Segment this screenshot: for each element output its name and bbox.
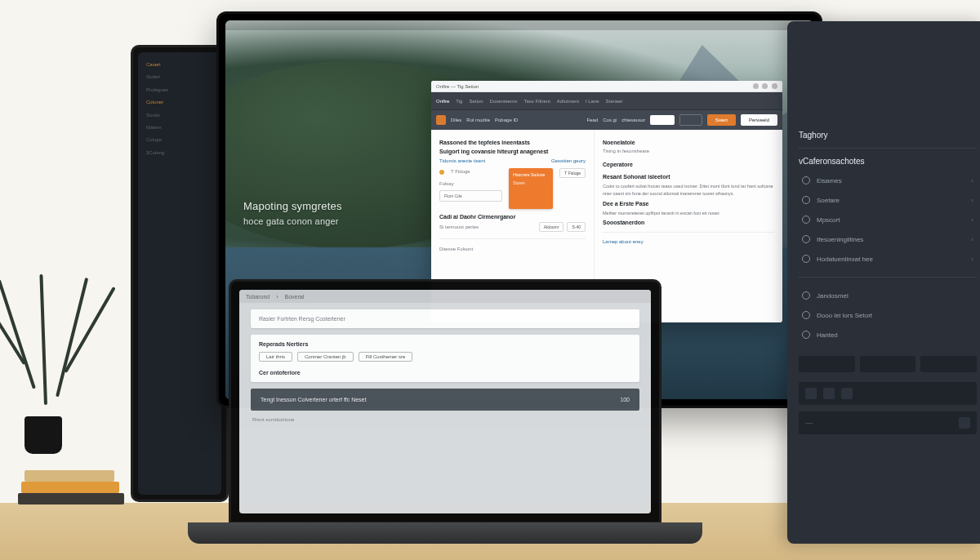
- window-controls[interactable]: [751, 83, 777, 90]
- chevron-right-icon: ›: [971, 216, 973, 224]
- wallpaper-caption: Mapoting symgretes hoce gata conon anger: [243, 198, 342, 228]
- tab[interactable]: Dosenteenrs: [489, 99, 517, 104]
- primary-button[interactable]: Swert: [707, 114, 736, 126]
- sidebar-item[interactable]: Profegues: [143, 84, 216, 96]
- maximize-icon[interactable]: [762, 83, 768, 89]
- link[interactable]: Gessttien geory: [551, 158, 586, 163]
- section-heading: Resant Sohonat isleetort: [603, 174, 774, 180]
- section-heading: Rassoned the tepfeies ineentasts: [439, 140, 586, 145]
- list-item[interactable]: Mpscort›: [799, 210, 977, 229]
- tab[interactable]: Staneer: [606, 99, 623, 104]
- circle-icon: [802, 176, 810, 184]
- chevron-right-icon: ›: [971, 197, 973, 204]
- highlight-card[interactable]: Hascrere Sadone Sioren: [509, 168, 553, 209]
- laptop-back-screen: Casert Siolert Profegues Cotuner Soulor …: [138, 52, 221, 495]
- filter-pill[interactable]: Fill Costhemer sre: [359, 352, 413, 362]
- list-item[interactable]: Jandosmel: [799, 286, 977, 305]
- tab[interactable]: I Lane: [586, 99, 599, 104]
- breadcrumb-bar: Tobarond › Boveral: [239, 290, 651, 303]
- toolbar: Diles Rol modtie Pobage ID Fead Cos gi c…: [431, 110, 782, 130]
- footer-slot[interactable]: [860, 356, 916, 372]
- circle-icon: [802, 196, 810, 204]
- minimize-icon[interactable]: [753, 83, 759, 89]
- filter-pill[interactable]: Conmer Cranten jb: [297, 352, 354, 362]
- text-input[interactable]: Flom Cde: [439, 190, 502, 202]
- card-title: Hascrere Sadone: [513, 172, 549, 178]
- hero-line-1: Mapoting symgretes: [243, 198, 342, 215]
- tab[interactable]: Tass Filtrent: [524, 99, 550, 104]
- square-icon[interactable]: [805, 388, 817, 399]
- paragraph: Mether momsretenet oplfrpst lacanit in e…: [603, 210, 774, 217]
- sidebar-item[interactable]: Coluge: [143, 134, 216, 146]
- tab[interactable]: Onfire: [436, 99, 449, 104]
- segment-input[interactable]: [679, 114, 702, 126]
- section-heading: Cer ontoferiore: [259, 370, 631, 376]
- panel-footer-row: [799, 356, 977, 372]
- list-item[interactable]: Soetare›: [799, 190, 977, 210]
- toolbar-label: Cos gi: [603, 118, 617, 122]
- toolbar-mode[interactable]: Pobage ID: [495, 118, 518, 122]
- section-heading: Suigort ing covansie hiteurgt anagenest: [439, 149, 586, 154]
- laptop-back: Casert Siolert Profegues Cotuner Soulor …: [131, 45, 229, 502]
- card-title: Rasier Fortrten Rersg Costertener: [259, 316, 631, 322]
- breadcrumb[interactable]: Boveral: [285, 294, 305, 300]
- toolbar-mode[interactable]: Rol modtie: [466, 118, 490, 122]
- window-titlebar[interactable]: Onfire — Tig Setion: [431, 81, 782, 92]
- sidebar-item[interactable]: 3Colang: [143, 147, 216, 159]
- panel-bottom-strip: ·····: [799, 411, 977, 434]
- panel-heading: Taghory: [799, 131, 977, 140]
- list-item[interactable]: Hodatuenlinxat hee›: [799, 249, 977, 269]
- section-heading: Sooostanerdon: [603, 220, 774, 225]
- banner-text: Tengt Inesson Colvertener orterf ffc Nes…: [261, 397, 366, 402]
- tab-bar[interactable]: Onfire Tig Setion Dosenteenrs Tass Filtr…: [431, 92, 782, 110]
- status-dot-icon: [439, 170, 444, 175]
- toolbar-mode[interactable]: Diles: [451, 118, 461, 122]
- chip[interactable]: S-40: [567, 222, 586, 232]
- segment-input[interactable]: [650, 115, 674, 125]
- circle-icon: [802, 216, 810, 224]
- circle-icon: [802, 331, 810, 339]
- field-label: Folsay: [439, 180, 502, 188]
- label: Si tennoust pertes: [439, 224, 479, 231]
- hero-line-2: hoce gata conon anger: [243, 215, 342, 229]
- section-heading: Cadi ai Daohr Cirmenrganor: [439, 214, 586, 220]
- footer-label: Ditesse Folsont: [439, 246, 586, 253]
- circle-icon: [802, 291, 810, 300]
- link[interactable]: Tidomis anecie tisent: [439, 158, 485, 163]
- card: Rasier Fortrten Rersg Costertener: [251, 309, 639, 328]
- tab[interactable]: Adlotment: [557, 99, 579, 104]
- secondary-button[interactable]: Perweeld: [741, 114, 777, 126]
- toolbar-label: chiesausor: [621, 118, 645, 122]
- tab[interactable]: Setion: [469, 99, 483, 104]
- circle-icon: [802, 311, 810, 319]
- section-heading: Dee a Erste Pase: [603, 201, 774, 207]
- chevron-right-icon: ›: [971, 177, 973, 184]
- laptop-front-base: [188, 522, 702, 544]
- filter-pill[interactable]: Lair thris: [259, 352, 292, 362]
- os-menubar[interactable]: [225, 20, 813, 30]
- pill-row: Lair thris Conmer Cranten jb Fill Costhe…: [259, 352, 631, 362]
- close-icon[interactable]: [772, 83, 777, 89]
- sidebar-item[interactable]: Cotuner: [143, 96, 216, 109]
- breadcrumb[interactable]: Tobarond: [246, 294, 270, 300]
- card: Reperads Nertiers Lair thris Conmer Cran…: [251, 335, 639, 382]
- footer-slot[interactable]: [920, 356, 977, 372]
- tab[interactable]: Tig: [456, 99, 462, 104]
- chip[interactable]: T Fidoge: [559, 168, 586, 178]
- sidebar-item[interactable]: Soulor: [143, 109, 216, 122]
- link[interactable]: Lamep about eney: [603, 239, 774, 244]
- list-item[interactable]: Hanted: [799, 325, 977, 344]
- footer-slot[interactable]: [799, 356, 855, 372]
- sidebar-item[interactable]: Matern: [143, 122, 216, 134]
- list-item[interactable]: Dooo lel lors Setort: [799, 305, 977, 325]
- sidebar-item[interactable]: Casert: [143, 59, 216, 71]
- square-icon[interactable]: [823, 388, 835, 399]
- list-item[interactable]: Ifesoeningiitines›: [799, 229, 977, 249]
- book-stack: [15, 456, 129, 504]
- sidebar-item[interactable]: Siolert: [143, 71, 216, 83]
- chip[interactable]: Aldoomr: [539, 222, 564, 232]
- square-icon[interactable]: [959, 417, 970, 429]
- square-icon[interactable]: [841, 388, 853, 399]
- chevron-right-icon: ›: [971, 256, 973, 263]
- list-item[interactable]: Eisames›: [799, 171, 977, 190]
